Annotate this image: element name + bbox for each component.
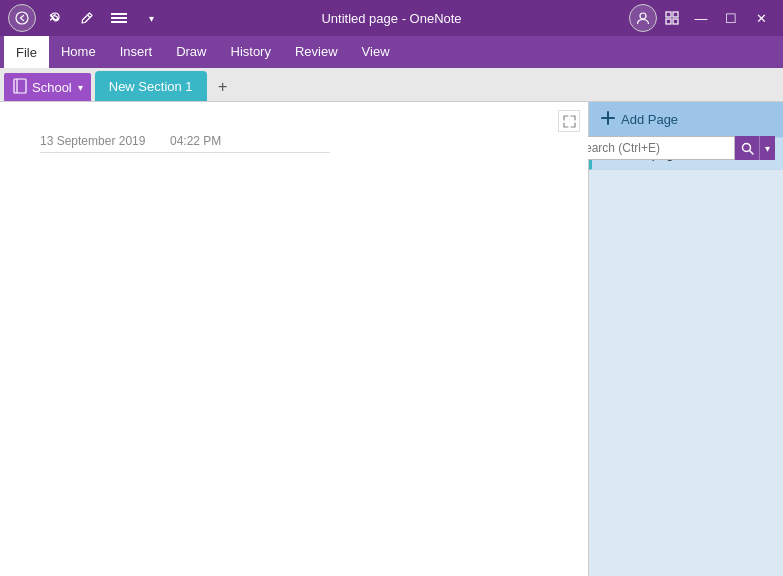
svg-rect-1 xyxy=(111,13,127,15)
expand-icon xyxy=(563,115,576,128)
notebook-name: School xyxy=(32,80,72,95)
svg-rect-6 xyxy=(666,12,671,17)
undo-button[interactable] xyxy=(42,5,68,31)
menu-item-history[interactable]: History xyxy=(219,36,283,68)
close-button[interactable]: ✕ xyxy=(747,4,775,32)
svg-rect-4 xyxy=(123,21,127,23)
maximize-button[interactable]: ☐ xyxy=(717,4,745,32)
add-section-button[interactable]: + xyxy=(209,73,237,101)
svg-rect-2 xyxy=(111,17,127,19)
svg-line-13 xyxy=(749,150,753,154)
toolbar-icon[interactable] xyxy=(106,5,132,31)
window-title: Untitled page - OneNote xyxy=(264,11,520,26)
page-list: Untitled page xyxy=(589,138,783,576)
search-dropdown-button[interactable]: ▾ xyxy=(759,136,775,160)
dropdown-arrow[interactable]: ▾ xyxy=(138,5,164,31)
svg-rect-8 xyxy=(666,19,671,24)
section-tab-label: New Section 1 xyxy=(109,79,193,94)
expand-button[interactable] xyxy=(558,110,580,132)
menu-item-review[interactable]: Review xyxy=(283,36,350,68)
page-time: 04:22 PM xyxy=(170,134,221,148)
add-page-icon xyxy=(601,111,615,129)
add-page-button[interactable]: Add Page xyxy=(589,102,783,138)
svg-point-0 xyxy=(16,12,28,24)
menu-item-home[interactable]: Home xyxy=(49,36,108,68)
section-tab-new-section-1[interactable]: New Section 1 xyxy=(95,71,207,101)
title-bar-controls: — ☐ ✕ xyxy=(519,4,775,32)
page-divider xyxy=(40,152,330,153)
menu-item-insert[interactable]: Insert xyxy=(108,36,165,68)
title-bar: ▾ Untitled page - OneNote — ☐ ✕ xyxy=(0,0,783,36)
search-bar: ▾ xyxy=(570,136,775,160)
notebook-button[interactable]: School ▾ xyxy=(4,73,91,101)
page-area[interactable]: 13 September 2019 04:22 PM xyxy=(0,102,588,576)
title-text: Untitled page - OneNote xyxy=(321,11,461,26)
menu-item-view[interactable]: View xyxy=(350,36,402,68)
profile-button[interactable] xyxy=(629,4,657,32)
title-bar-left: ▾ xyxy=(8,4,264,32)
svg-point-5 xyxy=(640,13,646,19)
svg-rect-10 xyxy=(14,79,26,93)
search-input[interactable] xyxy=(570,136,735,160)
layout-button[interactable] xyxy=(659,5,685,31)
ribbon-menu: File Home Insert Draw History Review Vie… xyxy=(0,36,783,68)
section-bar: School ▾ New Section 1 + ▾ xyxy=(0,68,783,102)
menu-item-draw[interactable]: Draw xyxy=(164,36,218,68)
main-area: 13 September 2019 04:22 PM Add Page Unti… xyxy=(0,102,783,576)
add-page-label: Add Page xyxy=(621,112,678,127)
minimize-button[interactable]: — xyxy=(687,4,715,32)
pen-button[interactable] xyxy=(74,5,100,31)
menu-item-file[interactable]: File xyxy=(4,36,49,68)
page-date: 13 September 2019 xyxy=(40,134,145,148)
search-button[interactable] xyxy=(735,136,759,160)
back-button[interactable] xyxy=(8,4,36,32)
notebook-dropdown-icon: ▾ xyxy=(78,82,83,93)
svg-rect-9 xyxy=(673,19,678,24)
notebook-icon xyxy=(12,78,28,97)
plus-icon xyxy=(601,111,615,125)
svg-rect-7 xyxy=(673,12,678,17)
search-icon xyxy=(741,142,754,155)
right-sidebar: Add Page Untitled page xyxy=(588,102,783,576)
